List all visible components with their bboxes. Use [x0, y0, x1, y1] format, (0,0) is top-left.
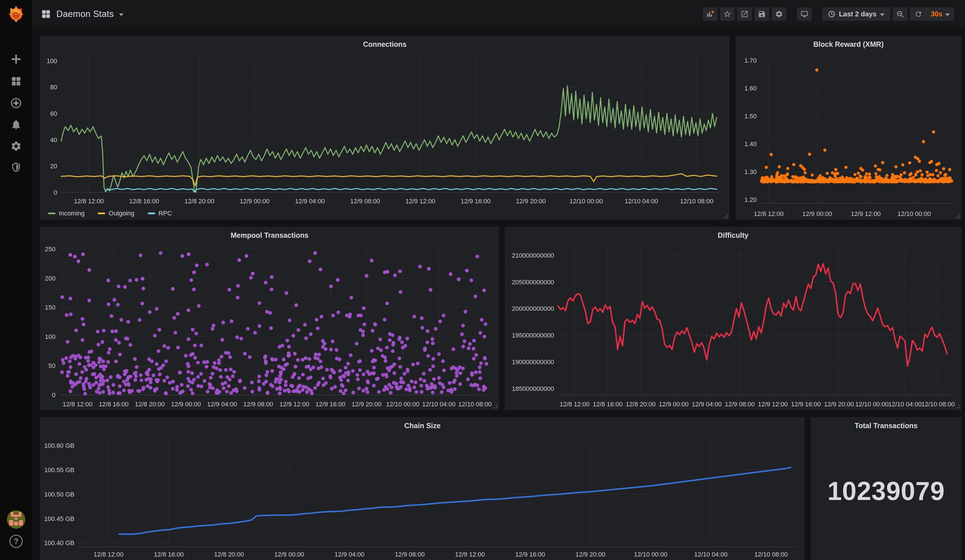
time-range-picker[interactable]: Last 2 days	[823, 8, 890, 21]
sidebar-item-create[interactable]	[10, 54, 22, 65]
refresh-interval-label: 30s	[931, 10, 942, 18]
refresh-group: 30s	[910, 8, 954, 21]
zoom-out-icon	[896, 10, 904, 18]
svg-text:80: 80	[50, 83, 57, 91]
save-icon	[758, 10, 766, 18]
svg-text:1.70: 1.70	[744, 57, 757, 64]
dashboard-title-button[interactable]: Daemon Stats	[41, 9, 124, 19]
dashboard-settings-button[interactable]	[772, 8, 786, 21]
sidebar-item-alerting[interactable]	[10, 119, 22, 131]
svg-text:200: 200	[45, 275, 56, 282]
sidebar-item-help[interactable]: ?	[10, 535, 23, 548]
panel-title[interactable]: Connections	[41, 36, 729, 52]
svg-text:12/9 12:00: 12/9 12:00	[279, 401, 309, 408]
connections-chart[interactable]: 12/8 12:0012/8 16:0012/8 20:0012/9 00:00…	[41, 52, 729, 207]
star-button[interactable]	[720, 8, 734, 21]
svg-text:12/9 04:00: 12/9 04:00	[295, 198, 325, 205]
grafana-logo[interactable]	[7, 5, 25, 23]
difficulty-chart[interactable]: 12/8 12:0012/8 16:0012/8 20:0012/9 00:00…	[505, 243, 961, 410]
tv-mode-button[interactable]	[797, 8, 811, 21]
svg-text:100.40 GB: 100.40 GB	[44, 539, 74, 547]
chain-size-chart[interactable]: 12/8 12:0012/8 16:0012/8 20:0012/9 00:00…	[41, 434, 805, 560]
share-button[interactable]	[738, 8, 752, 21]
svg-text:12/9 00:00: 12/9 00:00	[171, 401, 201, 408]
svg-text:1.30: 1.30	[744, 168, 757, 175]
svg-text:12/9 04:00: 12/9 04:00	[692, 401, 721, 408]
svg-text:12/10 00:00: 12/10 00:00	[898, 210, 931, 217]
legend-label: Incoming	[59, 210, 85, 217]
panel-title[interactable]: Block Reward (XMR)	[736, 36, 961, 52]
svg-text:12/8 20:00: 12/8 20:00	[185, 198, 214, 205]
legend-label: RPC	[159, 210, 172, 217]
svg-text:1.40: 1.40	[744, 140, 757, 148]
panel-resize-handle[interactable]	[956, 214, 960, 218]
svg-text:12/8 20:00: 12/8 20:00	[626, 401, 656, 408]
panel-title[interactable]: Mempool Transactions	[41, 227, 499, 243]
svg-text:100: 100	[45, 333, 56, 340]
legend-item-incoming[interactable]: Incoming	[48, 210, 85, 217]
svg-text:12/10 04:00: 12/10 04:00	[888, 401, 922, 408]
stat-value-wrap: 10239079	[811, 434, 961, 549]
svg-text:100: 100	[47, 57, 57, 65]
panel-block-reward: Block Reward (XMR) 12/8 12:0012/9 00:001…	[736, 36, 961, 220]
svg-text:250: 250	[45, 245, 56, 253]
svg-text:12/8 16:00: 12/8 16:00	[129, 198, 159, 205]
svg-text:12/9 16:00: 12/9 16:00	[461, 198, 491, 205]
save-button[interactable]	[755, 8, 769, 21]
panel-connections: Connections 12/8 12:0012/8 16:0012/8 20:…	[40, 36, 729, 220]
monitor-icon	[800, 10, 808, 18]
svg-text:12/9 00:00: 12/9 00:00	[802, 210, 832, 217]
svg-text:0: 0	[52, 392, 56, 398]
sidebar-item-configuration[interactable]	[10, 140, 22, 152]
panel-resize-handle[interactable]	[724, 214, 728, 218]
panel-title[interactable]: Chain Size	[41, 418, 805, 434]
svg-text:50: 50	[49, 362, 56, 369]
svg-text:12/9 08:00: 12/9 08:00	[725, 401, 755, 408]
sidebar-item-explore[interactable]	[10, 97, 22, 109]
panel-resize-handle[interactable]	[956, 405, 960, 408]
add-panel-icon	[706, 10, 714, 18]
sidebar-item-dashboards[interactable]	[10, 75, 22, 87]
svg-text:200000000000: 200000000000	[512, 305, 554, 312]
svg-text:12/10 04:00: 12/10 04:00	[694, 551, 727, 558]
svg-text:12/8 12:00: 12/8 12:00	[63, 401, 93, 408]
svg-text:12/9 12:00: 12/9 12:00	[758, 401, 788, 408]
svg-text:12/9 04:00: 12/9 04:00	[207, 401, 237, 408]
svg-text:12/9 12:00: 12/9 12:00	[455, 551, 485, 558]
panel-title[interactable]: Total Transactions	[811, 418, 961, 434]
plus-icon	[10, 54, 22, 65]
panel-total-transactions: Total Transactions 10239079	[811, 417, 961, 560]
svg-text:12/9 04:00: 12/9 04:00	[335, 551, 365, 558]
refresh-button[interactable]	[910, 8, 926, 20]
legend-item-outgoing[interactable]: Outgoing	[98, 210, 134, 217]
add-panel-button[interactable]	[703, 8, 717, 21]
sidebar-item-server-admin[interactable]	[10, 162, 22, 173]
svg-text:12/8 16:00: 12/8 16:00	[154, 551, 184, 558]
svg-text:12/8 12:00: 12/8 12:00	[74, 198, 104, 205]
svg-text:12/8 20:00: 12/8 20:00	[135, 401, 165, 408]
mempool-chart[interactable]: 12/8 12:0012/8 16:0012/8 20:0012/9 00:00…	[41, 243, 499, 410]
compass-icon	[10, 97, 22, 109]
chart-legend: Incoming Outgoing RPC	[41, 207, 729, 220]
panel-resize-handle[interactable]	[494, 405, 497, 408]
svg-text:12/10 04:00: 12/10 04:00	[625, 198, 658, 205]
user-avatar[interactable]	[7, 510, 26, 529]
svg-text:12/10 08:00: 12/10 08:00	[754, 551, 788, 558]
block-reward-chart[interactable]: 12/8 12:0012/9 00:0012/9 12:0012/10 00:0…	[736, 52, 961, 219]
zoom-out-button[interactable]	[893, 8, 907, 21]
help-icon: ?	[10, 535, 23, 548]
svg-text:12/10 08:00: 12/10 08:00	[921, 401, 955, 408]
grafana-logo-icon	[7, 5, 25, 23]
svg-text:100.60 GB: 100.60 GB	[44, 442, 74, 449]
gear-icon	[10, 140, 22, 152]
avatar-icon	[7, 510, 26, 529]
panel-title[interactable]: Difficulty	[505, 227, 961, 243]
page-title: Daemon Stats	[56, 9, 114, 19]
svg-text:12/10 00:00: 12/10 00:00	[569, 198, 603, 205]
svg-text:100.55 GB: 100.55 GB	[44, 466, 74, 473]
svg-text:12/10 08:00: 12/10 08:00	[680, 198, 713, 205]
refresh-interval-dropdown[interactable]: 30s	[926, 8, 954, 20]
svg-text:12/10 00:00: 12/10 00:00	[855, 401, 888, 408]
chevron-down-icon	[880, 13, 885, 16]
legend-item-rpc[interactable]: RPC	[148, 210, 172, 217]
